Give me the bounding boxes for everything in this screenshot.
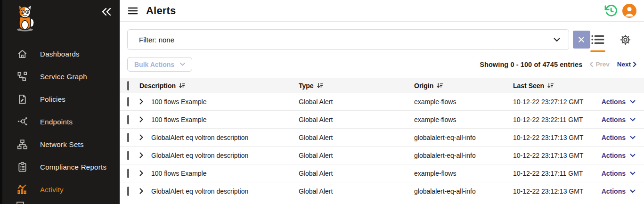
row-actions-button[interactable]: Actions (598, 188, 644, 195)
column-header-type[interactable]: Type (299, 82, 314, 90)
calico-cat-logo (2, 0, 120, 32)
filter-select[interactable]: Filter: none (127, 29, 569, 50)
alert-description: GlobalAlert eq voltron description (151, 188, 248, 195)
alert-description: 100 flows Example (151, 116, 207, 123)
sidebar-item-clipped (16, 202, 24, 204)
table-row: GlobalAlert eq voltron description Globa… (120, 182, 644, 200)
table-row: 100 flows Example Global Alert example-f… (120, 164, 644, 182)
expand-row-icon[interactable] (139, 188, 143, 194)
row-checkbox[interactable] (127, 151, 129, 160)
column-header-description[interactable]: Description (139, 82, 176, 90)
page-title: Alerts (146, 5, 176, 17)
active-view-indicator (590, 50, 605, 52)
list-view-icon (591, 34, 604, 45)
row-checkbox[interactable] (127, 187, 129, 196)
compliance-reports-icon (16, 161, 28, 172)
user-avatar[interactable] (622, 4, 636, 18)
alert-last-seen: 10-12-22 23:12:13 GMT (513, 188, 598, 195)
filter-bar: Filter: none (120, 22, 644, 50)
sort-icon[interactable] (317, 82, 323, 89)
sort-icon[interactable] (437, 82, 443, 89)
alert-origin: example-flows (414, 98, 513, 106)
pagination: Showing 0 - 100 of 4745 entries Prev Nex… (480, 61, 636, 68)
column-header-last-seen[interactable]: Last Seen (513, 82, 544, 90)
alert-origin: example-flows (414, 170, 513, 177)
expand-row-icon[interactable] (139, 98, 143, 105)
bulk-actions-label: Bulk Actions (134, 61, 174, 68)
sidebar-item-endpoints[interactable]: Endpoints (2, 110, 120, 133)
alert-type: Global Alert (299, 134, 414, 141)
select-all-checkbox[interactable] (127, 81, 129, 90)
bulk-actions-button[interactable]: Bulk Actions (127, 57, 192, 72)
row-checkbox[interactable] (127, 97, 129, 106)
row-actions-button[interactable]: Actions (598, 170, 644, 177)
filter-select-value: Filter: none (139, 36, 174, 44)
alert-type: Global Alert (299, 152, 414, 159)
alert-origin: globalalert-eq-all-info (414, 152, 513, 159)
alert-type: Global Alert (299, 170, 414, 177)
alert-type: Global Alert (299, 188, 414, 195)
table-row: 100 flows Example Global Alert example-f… (120, 93, 644, 111)
menu-hamburger-icon[interactable] (127, 5, 139, 16)
alert-last-seen: 10-12-22 23:27:12 GMT (513, 98, 598, 106)
expand-row-icon[interactable] (139, 116, 143, 122)
sort-icon[interactable] (547, 82, 554, 89)
alert-description: GlobalAlert eq voltron description (151, 134, 248, 141)
row-actions-button[interactable]: Actions (598, 98, 644, 106)
row-checkbox[interactable] (127, 115, 129, 124)
sidebar-item-activity[interactable]: Activity (2, 178, 120, 201)
alert-description: GlobalAlert eq voltron description (151, 152, 248, 159)
alert-last-seen: 10-12-22 23:22:11 GMT (513, 116, 598, 123)
table-toolbar: Bulk Actions Showing 0 - 100 of 4745 ent… (120, 50, 644, 72)
network-sets-icon (16, 139, 28, 150)
sidebar-item-label: Activity (40, 186, 64, 194)
table-row: GlobalAlert eq voltron description Globa… (120, 129, 644, 147)
sidebar-item-dashboards[interactable]: Dashboards (2, 42, 120, 65)
main-content: Alerts Filter: none (120, 0, 644, 204)
sidebar: Dashboards Service Graph Policies (2, 0, 120, 204)
sidebar-item-label: Policies (40, 95, 65, 103)
row-actions-button[interactable]: Actions (598, 134, 644, 141)
sort-icon[interactable] (179, 82, 185, 89)
alert-description: 100 flows Example (151, 98, 207, 106)
sidebar-item-label: Endpoints (40, 118, 73, 126)
column-header-origin[interactable]: Origin (414, 82, 433, 90)
alert-type: Global Alert (299, 116, 414, 123)
sidebar-item-compliance-reports[interactable]: Compliance Reports (2, 155, 120, 178)
alert-origin: globalalert-eq-all-info (414, 134, 513, 141)
next-page-button[interactable]: Next (617, 61, 636, 68)
top-bar: Alerts (120, 0, 644, 22)
table-header-row: Description Type Origin Last Seen (120, 78, 644, 93)
clear-filter-button[interactable] (573, 31, 590, 49)
history-icon[interactable] (604, 4, 618, 17)
policies-icon (16, 93, 28, 105)
showing-entries-text: Showing 0 - 100 of 4745 entries (480, 61, 582, 68)
sidebar-item-label: Service Graph (40, 73, 87, 81)
table-settings-button[interactable] (618, 33, 633, 47)
alert-type: Global Alert (299, 98, 414, 106)
alert-last-seen: 10-12-22 23:17:13 GMT (513, 152, 598, 159)
expand-row-icon[interactable] (139, 134, 143, 140)
table-row: 100 flows Example Global Alert example-f… (120, 111, 644, 129)
expand-row-icon[interactable] (139, 170, 143, 176)
alert-last-seen: 10-12-22 23:17:13 GMT (513, 134, 598, 141)
alert-description: 100 flows Example (151, 170, 207, 177)
sidebar-item-network-sets[interactable]: Network Sets (2, 133, 120, 155)
row-checkbox[interactable] (127, 169, 129, 178)
sidebar-item-policies[interactable]: Policies (2, 88, 120, 110)
alert-origin: globalalert-eq-all-info (414, 188, 513, 195)
close-icon (578, 36, 585, 43)
row-actions-button[interactable]: Actions (598, 116, 644, 123)
table-row: GlobalAlert eq voltron description Globa… (120, 147, 644, 164)
sidebar-item-label: Network Sets (40, 140, 84, 148)
expand-row-icon[interactable] (139, 152, 143, 158)
list-view-toggle[interactable] (590, 33, 605, 47)
row-actions-button[interactable]: Actions (598, 152, 644, 159)
gear-icon (620, 34, 631, 46)
sidebar-item-service-graph[interactable]: Service Graph (2, 65, 120, 88)
sidebar-collapse-icon[interactable] (102, 8, 111, 16)
row-checkbox[interactable] (127, 133, 129, 142)
sidebar-item-label: Dashboards (40, 50, 80, 58)
prev-page-button[interactable]: Prev (590, 61, 609, 68)
sidebar-nav: Dashboards Service Graph Policies (2, 42, 120, 201)
